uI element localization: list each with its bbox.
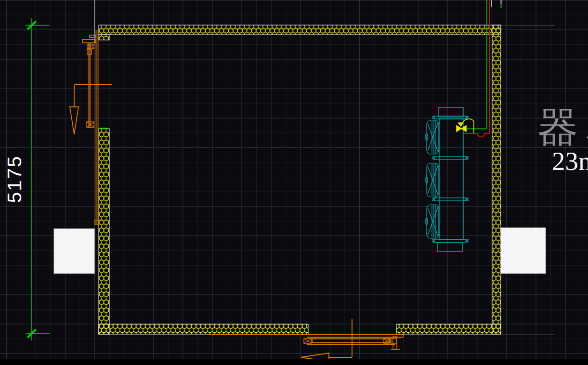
pipe-supply-green[interactable] [465, 0, 487, 129]
pipe-return-red[interactable] [464, 0, 490, 137]
room-name-label[interactable]: 器材 [537, 104, 588, 151]
wall-right[interactable] [492, 25, 501, 334]
valve[interactable] [457, 119, 474, 133]
cad-canvas[interactable]: 5175 器材 23m [0, 0, 588, 365]
drawing-layer: 5175 器材 23m [0, 0, 588, 365]
dimension-5175[interactable]: 5175 [3, 18, 50, 340]
door-leaf-bottom[interactable] [312, 339, 389, 343]
unit-body[interactable] [439, 119, 463, 239]
fan-grille-1[interactable] [426, 120, 439, 154]
wall-bottom-left[interactable] [99, 324, 308, 334]
room-area-label[interactable]: 23m [552, 146, 588, 176]
wall-left[interactable] [99, 129, 109, 334]
construction-lines [95, 0, 555, 334]
piping[interactable] [457, 0, 490, 137]
door-leaf-left[interactable] [96, 30, 98, 224]
valve-pipe-arc [462, 119, 474, 133]
door-leaf-left-inner[interactable] [89, 43, 91, 128]
fan-grille-2[interactable] [426, 163, 439, 197]
canvas-bottom-edge [0, 359, 588, 365]
wall-left-stub[interactable] [99, 35, 109, 40]
column-left[interactable] [54, 229, 94, 274]
walls[interactable] [99, 25, 501, 334]
fan-grille-3[interactable] [426, 205, 439, 238]
column-right[interactable] [501, 228, 546, 274]
dimension-text[interactable]: 5175 [3, 155, 26, 203]
unit-top-cap[interactable] [438, 107, 463, 117]
valve-body-right [461, 126, 466, 131]
unit-flange-4 [432, 239, 469, 242]
door-top-bar [82, 39, 96, 43]
door-direction-arrow-down [70, 107, 78, 134]
door-roller-hardware-bottom [304, 333, 404, 350]
wall-bottom-right[interactable] [396, 324, 501, 334]
valve-actuator [458, 123, 463, 126]
unit-bottom-cap[interactable] [437, 242, 462, 251]
columns[interactable] [54, 228, 546, 274]
wall-top[interactable] [99, 25, 501, 35]
